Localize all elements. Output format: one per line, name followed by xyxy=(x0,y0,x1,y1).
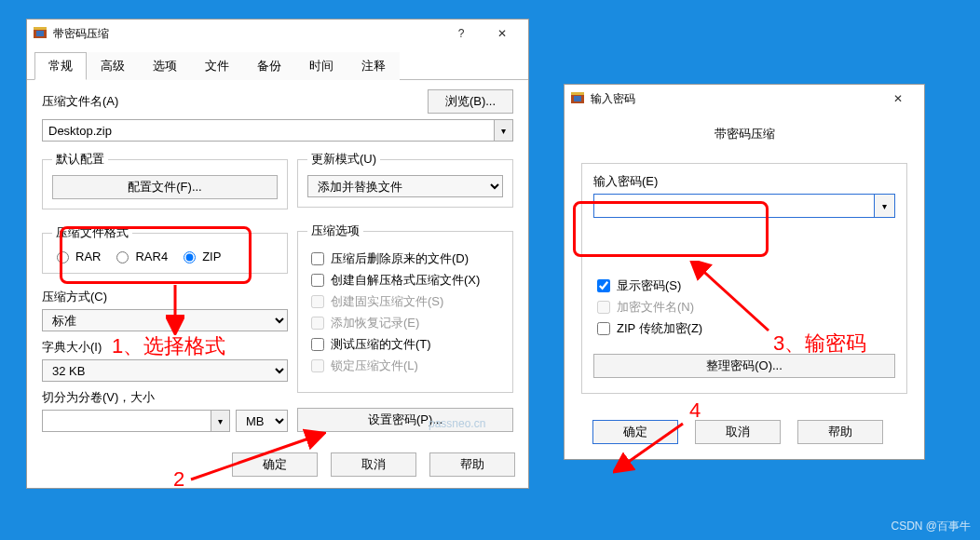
format-legend: 压缩文件格式 xyxy=(52,224,132,241)
pw-label: 输入密码(E) xyxy=(593,173,895,190)
tab-time[interactable]: 时间 xyxy=(295,52,347,80)
pw-header: 带密码压缩 xyxy=(581,126,907,142)
tab-general[interactable]: 常规 xyxy=(34,52,87,80)
split-size-input[interactable] xyxy=(43,411,211,431)
chk-test[interactable]: 测试压缩的文件(T) xyxy=(307,335,503,354)
split-size-combo[interactable]: ▾ xyxy=(42,410,230,432)
tab-files[interactable]: 文件 xyxy=(191,52,243,80)
set-password-button[interactable]: 设置密码(P)... xyxy=(297,408,513,432)
profile-button[interactable]: 配置文件(F)... xyxy=(52,175,278,199)
update-mode-select[interactable]: 添加并替换文件 xyxy=(307,175,503,197)
radio-rar4[interactable]: RAR4 xyxy=(112,249,168,263)
split-unit-select[interactable]: MB xyxy=(236,410,288,432)
chk-solid: 创建固实压缩文件(S) xyxy=(307,292,503,311)
help-titlebutton[interactable]: ? xyxy=(441,20,482,47)
chk-recovery: 添加恢复记录(E) xyxy=(307,314,503,332)
browse-button[interactable]: 浏览(B)... xyxy=(428,89,513,114)
pw-window-title: 输入密码 xyxy=(591,91,878,107)
dict-label: 字典大小(I) xyxy=(42,339,288,356)
split-size-dropdown[interactable]: ▾ xyxy=(211,411,229,431)
format-group: 压缩文件格式 RAR RAR4 ZIP xyxy=(42,224,288,274)
pw-close-button[interactable]: ✕ xyxy=(878,86,919,112)
pw-footer: 确定 取消 帮助 xyxy=(565,411,924,459)
method-select[interactable]: 标准 xyxy=(42,309,288,331)
cancel-button[interactable]: 取消 xyxy=(331,452,416,477)
app-icon xyxy=(33,26,48,41)
window-title: 带密码压缩 xyxy=(53,26,441,42)
close-titlebutton[interactable]: ✕ xyxy=(482,20,523,47)
dict-select[interactable]: 32 KB xyxy=(42,359,288,382)
help-button[interactable]: 帮助 xyxy=(429,452,515,477)
tab-options[interactable]: 选项 xyxy=(139,52,191,80)
tab-comment[interactable]: 注释 xyxy=(347,52,400,80)
pw-cancel-button[interactable]: 取消 xyxy=(695,420,781,444)
credit: CSDN @百事牛 xyxy=(891,519,971,534)
chk-encrypt-names: 加密文件名(N) xyxy=(593,298,895,317)
radio-rar[interactable]: RAR xyxy=(52,249,101,263)
chk-lock: 锁定压缩文件(L) xyxy=(307,357,503,375)
titlebar: 带密码压缩 ? ✕ xyxy=(27,20,528,47)
pw-help-button[interactable]: 帮助 xyxy=(797,420,883,444)
compress-options-group: 压缩选项 压缩后删除原来的文件(D) 创建自解压格式压缩文件(X) 创建固实压缩… xyxy=(297,223,513,393)
password-combo[interactable]: ▾ xyxy=(593,194,895,218)
password-dropdown-button[interactable]: ▾ xyxy=(874,195,894,217)
pw-ok-button[interactable]: 确定 xyxy=(592,420,678,444)
default-profile-legend: 默认配置 xyxy=(52,151,108,168)
svg-rect-1 xyxy=(34,27,47,30)
pw-group: 输入密码(E) ▾ 显示密码(S) 加密文件名(N) ZIP 传统加密(Z) 整… xyxy=(581,163,907,394)
filename-combo[interactable]: ▾ xyxy=(42,119,513,142)
archive-dialog: 带密码压缩 ? ✕ 常规 高级 选项 文件 备份 时间 注释 压缩文件名(A) … xyxy=(26,19,529,489)
chk-zip-legacy[interactable]: ZIP 传统加密(Z) xyxy=(593,319,895,338)
svg-rect-5 xyxy=(574,96,581,101)
radio-zip[interactable]: ZIP xyxy=(179,249,221,263)
tab-backup[interactable]: 备份 xyxy=(243,52,295,80)
dialog-footer: 确定 取消 帮助 xyxy=(27,443,528,488)
password-dialog: 输入密码 ✕ 带密码压缩 输入密码(E) ▾ 显示密码(S) 加密文件名(N) … xyxy=(564,84,925,460)
password-input[interactable] xyxy=(594,195,874,217)
chk-show-password[interactable]: 显示密码(S) xyxy=(593,277,895,295)
svg-rect-2 xyxy=(36,31,44,36)
filename-input[interactable] xyxy=(43,120,494,141)
pw-titlebar: 输入密码 ✕ xyxy=(565,85,924,113)
filename-label: 压缩文件名(A) xyxy=(42,93,418,110)
split-label: 切分为分卷(V)，大小 xyxy=(42,389,288,406)
manage-passwords-button[interactable]: 整理密码(O)... xyxy=(593,354,895,378)
tab-advanced[interactable]: 高级 xyxy=(87,52,139,80)
method-label: 压缩方式(C) xyxy=(42,289,288,305)
default-profile-group: 默认配置 配置文件(F)... xyxy=(42,151,288,209)
update-mode-group: 更新模式(U) 添加并替换文件 xyxy=(297,151,513,208)
app-icon xyxy=(570,91,585,106)
tab-bar: 常规 高级 选项 文件 备份 时间 注释 xyxy=(27,51,528,80)
chk-delete-after[interactable]: 压缩后删除原来的文件(D) xyxy=(307,250,503,268)
chk-sfx[interactable]: 创建自解压格式压缩文件(X) xyxy=(307,271,503,290)
compress-options-legend: 压缩选项 xyxy=(307,223,363,239)
ok-button[interactable]: 确定 xyxy=(232,452,318,477)
svg-rect-4 xyxy=(571,92,584,95)
filename-dropdown-button[interactable]: ▾ xyxy=(494,120,512,141)
update-mode-legend: 更新模式(U) xyxy=(307,151,380,168)
